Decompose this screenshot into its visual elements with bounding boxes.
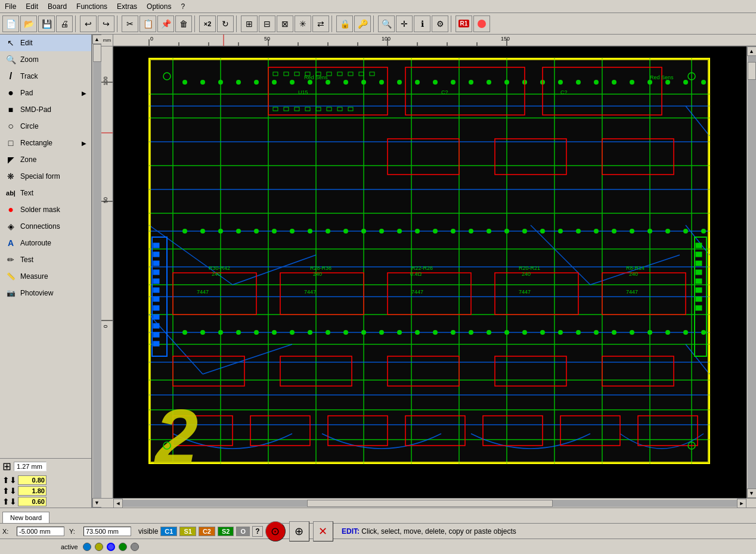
layer-c2-button[interactable]: C2 [199, 527, 215, 536]
open-button[interactable]: 📂 [20, 15, 37, 32]
track-width-2[interactable]: 1.80 [18, 486, 47, 496]
tool-circle[interactable]: ○ Circle [0, 118, 91, 135]
pcb-canvas-container[interactable]: U15 C? C? Red Sens Red Sens 7447 7447 74… [113, 46, 746, 498]
layer-c1-button[interactable]: C1 [160, 527, 177, 536]
tool-pad[interactable]: ● Pad ▶ [0, 85, 91, 101]
cut-button[interactable]: ✂ [122, 15, 138, 32]
tool-zoom[interactable]: 🔍 Zoom [0, 51, 91, 68]
cancel-icon-button[interactable]: ✕ [313, 521, 333, 541]
edit-label: EDIT: [342, 527, 360, 536]
tool-autoroute-label: Autoroute [20, 239, 51, 247]
r1-button[interactable]: R1 [456, 15, 472, 32]
tool-zone[interactable]: ◤ Zone [0, 151, 91, 168]
right-scroll-thumb[interactable] [748, 62, 756, 80]
h-scrollbar[interactable]: ◄ ► [113, 499, 746, 508]
track-arrows-2[interactable]: ⬆⬇ [2, 486, 17, 496]
svg-rect-245 [696, 306, 702, 310]
tool-edit[interactable]: ↖ Edit [0, 35, 91, 51]
h-scroll-left[interactable]: ◄ [113, 499, 123, 508]
delete-button[interactable]: 🗑 [175, 15, 192, 32]
unlock-button[interactable]: 🔑 [354, 15, 371, 32]
svg-rect-243 [696, 288, 702, 292]
tool-test[interactable]: ✏ Test [0, 251, 91, 268]
info-button[interactable]: ℹ [414, 15, 430, 32]
menu-edit[interactable]: Edit [21, 1, 43, 12]
paste-button[interactable]: 📌 [157, 15, 174, 32]
menu-board[interactable]: Board [43, 1, 72, 12]
group4-button[interactable]: ✳ [295, 15, 311, 32]
new-button[interactable]: 📄 [2, 15, 19, 32]
svg-point-79 [290, 80, 295, 85]
left-scroll-track[interactable] [93, 44, 101, 498]
track-width-1[interactable]: 0.80 [18, 475, 47, 485]
tool-autoroute[interactable]: A Autoroute [0, 235, 91, 251]
tool-text[interactable]: ab| Text [0, 185, 91, 201]
grid-value[interactable]: 1.27 mm [14, 462, 47, 471]
crosshair-button[interactable]: ✛ [396, 15, 413, 32]
search-button[interactable]: 🔍 [378, 15, 395, 32]
layer-o-button[interactable]: O [236, 527, 250, 536]
print-button[interactable]: 🖨 [56, 15, 73, 32]
layer-c2-visible[interactable] [107, 543, 115, 551]
scroll-up-arrow[interactable]: ▲ [92, 35, 102, 44]
layer-s1-visible[interactable] [95, 543, 103, 551]
layer-c1-visible[interactable] [83, 543, 91, 551]
group1-button[interactable]: ⊞ [241, 15, 258, 32]
layer-indicator[interactable] [473, 15, 490, 32]
left-scroll-thumb[interactable] [93, 44, 101, 62]
menu-file[interactable]: File [0, 1, 21, 12]
svg-point-97 [612, 80, 616, 85]
svg-point-123 [540, 229, 545, 234]
copy-button[interactable]: 📋 [140, 15, 156, 32]
tool-soldermask[interactable]: ● Solder mask [0, 201, 91, 218]
scroll-down-arrow[interactable]: ▼ [92, 498, 102, 508]
question-button[interactable]: ? [252, 526, 263, 537]
group2-button[interactable]: ⊟ [259, 15, 275, 32]
h-scroll-track[interactable] [123, 500, 737, 507]
settings-button[interactable]: ⚙ [432, 15, 448, 32]
svg-point-161 [683, 330, 688, 335]
right-scroll-down[interactable]: ▼ [747, 488, 757, 498]
tool-specialform[interactable]: ❋ Special form [0, 168, 91, 185]
menu-extras[interactable]: Extras [112, 1, 142, 12]
menu-functions[interactable]: Functions [72, 1, 112, 12]
svg-text:R22-R26: R22-R26 [411, 265, 433, 271]
tab-new-board[interactable]: New board [2, 512, 49, 523]
track-arrows-1[interactable]: ⬆⬇ [2, 475, 17, 485]
h-scroll-thumb[interactable] [307, 500, 553, 507]
right-scroll-up[interactable]: ▲ [747, 46, 757, 56]
track-width-3[interactable]: 0.60 [18, 497, 47, 506]
tool-photoview[interactable]: 📷 Photoview [0, 285, 91, 301]
undo-button[interactable]: ↩ [80, 15, 97, 32]
tool-rectangle[interactable]: □ Rectangle ▶ [0, 135, 91, 151]
tool-connections[interactable]: ◈ Connections [0, 218, 91, 235]
route-icon-button[interactable]: ⊙ [265, 521, 286, 541]
svg-point-122 [522, 229, 527, 234]
svg-point-143 [361, 330, 366, 335]
svg-point-74 [200, 80, 205, 85]
svg-point-108 [272, 229, 277, 234]
lock-button[interactable]: 🔒 [336, 15, 353, 32]
svg-text:0.4Ω: 0.4Ω [410, 271, 422, 277]
h-scroll-right[interactable]: ► [737, 499, 746, 508]
menu-help[interactable]: ? [176, 1, 190, 12]
right-scroll-track[interactable] [748, 56, 756, 488]
zoom-icon: 🔍 [5, 54, 17, 66]
rotate-button[interactable]: ↻ [217, 15, 234, 32]
tool-smdpad[interactable]: ■ SMD-Pad [0, 101, 91, 118]
save-button[interactable]: 💾 [38, 15, 55, 32]
menu-options[interactable]: Options [142, 1, 176, 12]
redo-button[interactable]: ↪ [98, 15, 114, 32]
tool-track[interactable]: / Track [0, 68, 91, 85]
group3-button[interactable]: ⊠ [277, 15, 293, 32]
crosshair-action-button[interactable]: ⊕ [289, 521, 309, 541]
group5-button[interactable]: ⇄ [312, 15, 329, 32]
svg-text:R28-R36: R28-R36 [310, 265, 331, 271]
layer-s2-visible[interactable] [119, 543, 127, 551]
layer-s2-button[interactable]: S2 [218, 527, 234, 536]
layer-s1-button[interactable]: S1 [179, 527, 196, 536]
layer-o-visible[interactable] [131, 543, 139, 551]
mirror-button[interactable]: ×2 [199, 15, 216, 32]
track-arrows-3[interactable]: ⬆⬇ [2, 497, 17, 506]
tool-measure[interactable]: 📏 Measure [0, 268, 91, 285]
